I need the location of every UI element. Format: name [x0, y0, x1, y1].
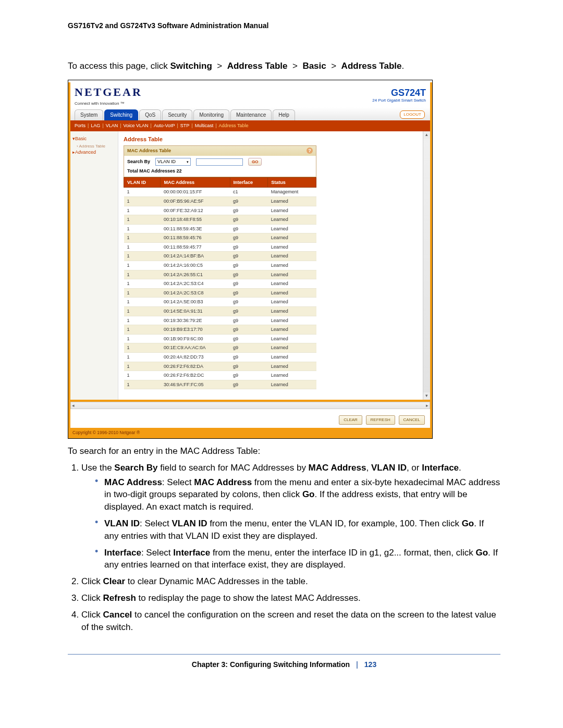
table-row: 100:1B:90:F9:6C:00g9Learned: [124, 334, 316, 343]
clear-button[interactable]: CLEAR: [339, 415, 362, 424]
footer-divider-bar: |: [356, 660, 358, 669]
scroll-right-icon[interactable]: ▸: [426, 402, 429, 409]
scroll-down-icon[interactable]: ▾: [423, 392, 430, 400]
bullet-vlan: VLAN ID: Select VLAN ID from the menu, e…: [95, 517, 500, 542]
secondary-nav: Ports| LAG| VLAN| Voice VLAN| Auto-VoIP|…: [70, 120, 430, 131]
table-row: 100:14:2A:5E:00:B3g9Learned: [124, 298, 316, 307]
table-row: 100:14:2A:2C:53:C8g9Learned: [124, 288, 316, 298]
mac-address-table: VLAN ID MAC Address Interface Status 100…: [124, 177, 316, 390]
step-3: Click Refresh to redisplay the page to s…: [81, 592, 500, 604]
table-row: 100:14:2A:16:00:C5g9Learned: [124, 261, 316, 270]
copyright-text: Copyright © 1996-2010 Netgear ®: [68, 428, 432, 438]
body-intro: To search for an entry in the MAC Addres…: [68, 445, 500, 458]
cancel-button[interactable]: CANCEL: [399, 415, 425, 424]
subnav-autovoip[interactable]: Auto-VoIP: [154, 122, 175, 129]
tab-maintenance[interactable]: Maintenance: [230, 109, 272, 120]
scroll-up-icon[interactable]: ▴: [423, 131, 430, 139]
subnav-lag[interactable]: LAG: [91, 122, 100, 129]
chevron-down-icon: ▾: [187, 159, 189, 165]
subnav-vlan[interactable]: VLAN: [106, 122, 118, 129]
total-mac-label: Total MAC Addresses 22: [124, 168, 316, 177]
path-addresstable1: Address Table: [227, 61, 288, 71]
search-by-label: Search By: [127, 158, 150, 165]
sidebar-item-basic[interactable]: ▾Basic: [72, 135, 116, 142]
vertical-scrollbar[interactable]: ▴ ▾: [423, 131, 430, 400]
page-title: Address Table: [124, 135, 428, 143]
table-row: 100:19:B9:E3:17:70g9Learned: [124, 325, 316, 335]
table-row: 100:26:F2:F6:82:DAg9Learned: [124, 362, 316, 371]
tab-monitoring[interactable]: Monitoring: [193, 109, 229, 120]
tab-qos[interactable]: QoS: [139, 109, 161, 120]
tab-switching[interactable]: Switching: [104, 109, 138, 120]
subnav-stp[interactable]: STP: [180, 122, 190, 129]
tab-help[interactable]: Help: [273, 109, 295, 120]
subnav-voicevlan[interactable]: Voice VLAN: [124, 122, 149, 129]
bullet-mac: MAC Address: Select MAC Address from the…: [95, 476, 500, 513]
model-desc: 24 Port Gigabit Smart Switch: [372, 98, 426, 103]
path-basic: Basic: [302, 61, 326, 71]
table-row: 100:11:88:59:45:77g9Learned: [124, 242, 316, 252]
sidebar-item-advanced[interactable]: ▸Advanced: [72, 149, 116, 156]
gt-icon: >: [290, 61, 300, 71]
table-row: 100:11:88:59:45:3Eg9Learned: [124, 224, 316, 233]
scroll-left-icon[interactable]: ◂: [72, 402, 75, 409]
gt-icon: >: [215, 61, 225, 71]
col-mac[interactable]: MAC Address: [161, 177, 230, 188]
tab-security[interactable]: Security: [162, 109, 192, 120]
bullet-interface: Interface: Select Interface from the men…: [95, 547, 500, 572]
table-row: 100:00:00:01:15:FFc1Management: [124, 188, 316, 197]
tab-system[interactable]: System: [75, 109, 103, 120]
table-row: 100:11:88:59:45:76g9Learned: [124, 233, 316, 243]
brand-logo: NETGEAR: [75, 84, 142, 101]
col-interface[interactable]: Interface: [230, 177, 268, 188]
table-row: 100:14:5E:0A:91:31g9Learned: [124, 307, 316, 316]
table-row: 100:20:4A:82:DD:73g9Learned: [124, 353, 316, 362]
subnav-addresstable[interactable]: Address Table: [219, 122, 249, 129]
page-footer: Chapter 3: Configuring Switching Informa…: [68, 660, 500, 670]
left-sidebar: ▾Basic › Address Table ▸Advanced: [70, 131, 118, 400]
brand-tagline: Connect with Innovation ™: [75, 101, 142, 106]
table-row: 100:1E:C9:AA:AC:0Ag9Learned: [124, 343, 316, 353]
manual-header: GS716Tv2 and GS724Tv3 Software Administr…: [68, 21, 500, 31]
step-4: Click Cancel to cancel the configuration…: [81, 609, 500, 634]
subnav-ports[interactable]: Ports: [75, 122, 85, 129]
col-vlanid[interactable]: VLAN ID: [124, 177, 161, 188]
table-row: 100:19:30:36:79:2Eg9Learned: [124, 316, 316, 325]
breadcrumb-intro: To access this page, click Switching > A…: [68, 60, 500, 72]
intro-prefix: To access this page, click: [68, 61, 170, 71]
search-input[interactable]: [196, 158, 243, 166]
model-label: GS724T: [372, 88, 426, 98]
step-2: Click Clear to clear Dynamic MAC Address…: [81, 575, 500, 588]
path-switching: Switching: [170, 61, 212, 71]
table-row: 130:46:9A:FF:FC:05g9Learned: [124, 380, 316, 389]
search-by-select[interactable]: VLAN ID ▾: [155, 158, 191, 166]
step-1: Use the Search By field to search for MA…: [81, 462, 500, 571]
sidebar-item-addresstable[interactable]: › Address Table: [77, 143, 116, 149]
box-title: MAC Address Table: [127, 147, 171, 154]
path-addresstable2: Address Table: [341, 61, 402, 71]
page-number: 123: [364, 660, 376, 669]
table-row: 100:26:F2:F6:B2:DCg9Learned: [124, 371, 316, 380]
chapter-label: Chapter 3: Configuring Switching Informa…: [192, 660, 350, 669]
footer-divider: [68, 654, 500, 655]
primary-tabs: System Switching QoS Security Monitoring…: [70, 107, 430, 120]
logout-button[interactable]: LOGOUT: [400, 110, 425, 118]
embedded-screenshot: NETGEAR Connect with Innovation ™ GS724T…: [68, 80, 433, 439]
go-button[interactable]: GO: [248, 158, 262, 166]
table-row: 100:0F:FE:32:A9:12g9Learned: [124, 206, 316, 215]
table-row: 100:10:18:48:F8:55g9Learned: [124, 215, 316, 225]
table-row: 100:14:2A:2C:53:C4g9Learned: [124, 279, 316, 289]
help-icon[interactable]: ?: [307, 147, 313, 154]
table-row: 100:0F:B5:96:AE:5Fg9Learned: [124, 196, 316, 206]
horizontal-scrollbar[interactable]: ◂ ▸: [70, 402, 430, 409]
table-row: 100:14:2A:14:BF:BAg9Learned: [124, 252, 316, 261]
col-status[interactable]: Status: [268, 177, 316, 188]
gt-icon: >: [329, 61, 339, 71]
refresh-button[interactable]: REFRESH: [366, 415, 395, 424]
table-row: 100:14:2A:26:55:C1g9Learned: [124, 270, 316, 279]
subnav-multicast[interactable]: Multicast: [195, 122, 214, 129]
footer-button-bar: CLEAR REFRESH CANCEL: [70, 409, 430, 428]
